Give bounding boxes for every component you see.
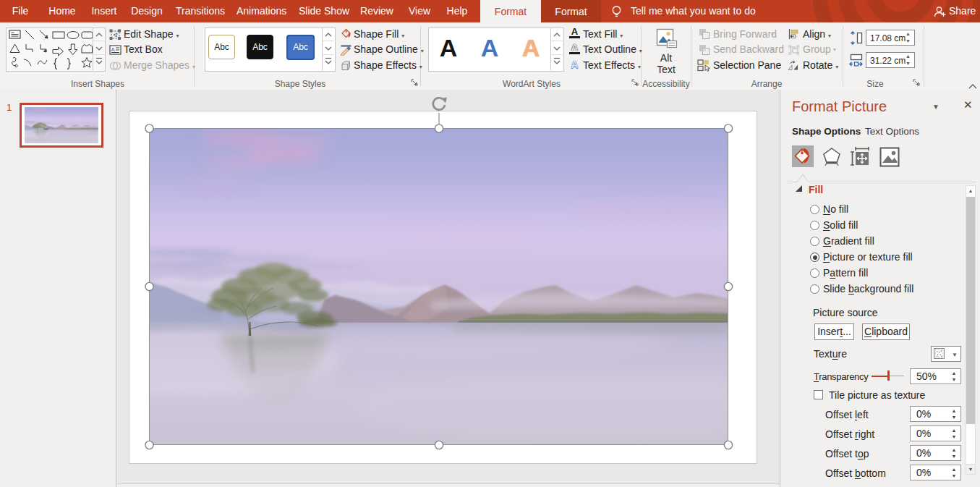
svg-text:A: A [111,46,116,53]
